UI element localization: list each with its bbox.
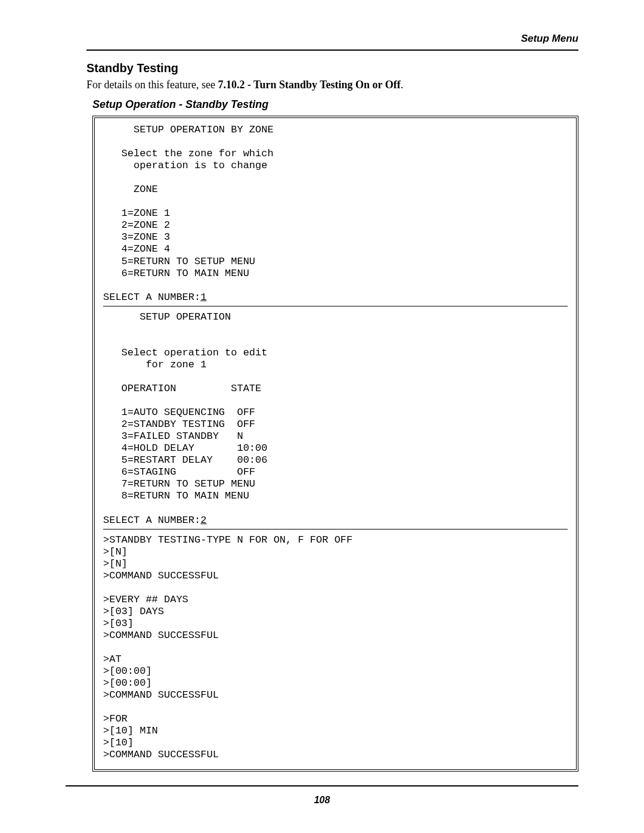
cmd-18: >COMMAND SUCCESSFUL (103, 749, 219, 760)
header-rule (86, 49, 578, 51)
b1-opt-4: 5=RETURN TO SETUP MENU (103, 256, 255, 267)
cmd-12: >[00:00] (103, 677, 152, 689)
intro-plain: For details on this feature, see (86, 79, 218, 91)
intro-end: . (401, 79, 404, 91)
b2-header: OPERATION STATE (103, 383, 261, 394)
cmd-10: >AT (103, 654, 122, 665)
b1-opt-1: 2=ZONE 2 (103, 219, 170, 231)
b2-opt-6: 7=RETURN TO SETUP MENU (103, 478, 255, 490)
b1-select-value: 1 (200, 292, 206, 303)
cmd-11: >[00:00] (103, 665, 152, 677)
intro-text: For details on this feature, see 7.10.2 … (86, 79, 578, 91)
cmd-16: >[10] MIN (103, 725, 158, 736)
b2-prompt1: Select operation to edit (103, 347, 267, 358)
b1-opt-0: 1=ZONE 1 (103, 208, 170, 219)
cmd-17: >[10] (103, 737, 134, 748)
b2-opt-0: 1=AUTO SEQUENCING OFF (103, 407, 255, 418)
b2-opt-1: 2=STANDBY TESTING OFF (103, 419, 255, 430)
b1-opt-3: 4=ZONE 4 (103, 243, 170, 255)
b1-opt-2: 3=ZONE 3 (103, 231, 170, 243)
cmd-0: >STANDBY TESTING-TYPE N FOR ON, F FOR OF… (103, 534, 352, 546)
intro-bold: 7.10.2 - Turn Standby Testing On or Off (218, 79, 400, 91)
b1-select-label: SELECT A NUMBER: (103, 292, 200, 303)
b2-select-label: SELECT A NUMBER: (103, 515, 200, 526)
cmd-1: >[N] (103, 546, 128, 558)
footer-rule (66, 785, 578, 786)
cmd-6: >[03] DAYS (103, 606, 164, 617)
b2-prompt2: for zone 1 (103, 359, 206, 370)
cmd-8: >COMMAND SUCCESSFUL (103, 630, 219, 641)
b2-opt-2: 3=FAILED STANDBY N (103, 431, 243, 442)
section-title: Standby Testing (86, 61, 578, 75)
page: Setup Menu Standby Testing For details o… (0, 0, 644, 798)
header-label: Setup Menu (86, 33, 578, 45)
divider-2 (103, 529, 568, 529)
divider-1 (103, 306, 568, 306)
b2-opt-7: 8=RETURN TO MAIN MENU (103, 490, 249, 501)
b2-title: SETUP OPERATION (103, 311, 231, 323)
b2-select-value: 2 (200, 515, 206, 526)
cmd-3: >COMMAND SUCCESSFUL (103, 570, 219, 581)
cmd-2: >[N] (103, 558, 128, 569)
b1-title: SETUP OPERATION BY ZONE (103, 124, 274, 135)
b1-prompt2: operation is to change (103, 160, 267, 171)
cmd-7: >[03] (103, 618, 134, 629)
b1-zone-label: ZONE (103, 184, 158, 195)
cmd-15: >FOR (103, 713, 128, 724)
b2-opt-3: 4=HOLD DELAY 10:00 (103, 442, 267, 454)
terminal-box: SETUP OPERATION BY ZONE Select the zone … (92, 116, 578, 772)
page-number: 108 (0, 795, 644, 806)
b1-prompt1: Select the zone for which (103, 148, 274, 159)
b1-opt-5: 6=RETURN TO MAIN MENU (103, 268, 249, 279)
cmd-13: >COMMAND SUCCESSFUL (103, 689, 219, 701)
b2-opt-4: 5=RESTART DELAY 00:06 (103, 454, 267, 466)
b2-opt-5: 6=STAGING OFF (103, 466, 255, 478)
cmd-5: >EVERY ## DAYS (103, 594, 188, 605)
sub-title: Setup Operation - Standby Testing (92, 98, 578, 111)
